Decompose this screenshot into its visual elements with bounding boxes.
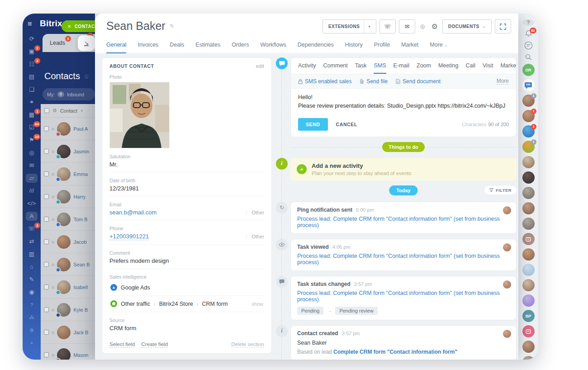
group-chat-avatar[interactable] bbox=[522, 79, 535, 91]
contact-row[interactable]: ≡Isabell bbox=[41, 276, 95, 299]
lead-link[interactable]: Complete CRM form "Contact information f… bbox=[333, 349, 457, 355]
email-type-tag[interactable]: Other bbox=[247, 210, 264, 215]
cancel-button[interactable]: CANCEL bbox=[336, 122, 357, 127]
drag-handle-icon[interactable]: ≡ bbox=[52, 149, 54, 154]
contact-column-header[interactable]: Contact bbox=[60, 108, 77, 114]
tab-workflows[interactable]: Workflows bbox=[260, 42, 286, 53]
tasks-icon[interactable]: ☑64 bbox=[26, 123, 38, 132]
traffic-source-row[interactable]: Other traffic › Bitrix24 Store › CRM for… bbox=[109, 296, 264, 312]
sms-message-input[interactable]: Hello! Please review presentation detail… bbox=[291, 89, 516, 114]
stream-tab-visit[interactable]: Visit bbox=[483, 62, 493, 74]
chat-avatar[interactable] bbox=[522, 279, 535, 291]
send-file-link[interactable]: Send file bbox=[360, 78, 388, 85]
drag-handle-icon[interactable]: ≡ bbox=[52, 330, 54, 335]
drag-handle-icon[interactable]: ≡ bbox=[52, 307, 54, 313]
contact-row[interactable]: ≡Paul A bbox=[41, 118, 95, 140]
stream-tab-activity[interactable]: Activity bbox=[298, 62, 316, 74]
stream-tab-comment[interactable]: Comment bbox=[323, 62, 348, 74]
add-activity-banner[interactable]: + Add a new activity Plan your next step… bbox=[290, 158, 517, 180]
filter-button[interactable]: FILTER bbox=[484, 186, 517, 194]
row-checkbox[interactable] bbox=[44, 330, 49, 335]
search-button[interactable] bbox=[525, 54, 532, 61]
drag-handle-icon[interactable]: ≡ bbox=[52, 262, 54, 267]
chat-avatar-fruits[interactable]: 1 bbox=[522, 141, 535, 153]
add-item-icon[interactable]: + bbox=[26, 338, 38, 347]
send-document-link[interactable]: Send document bbox=[396, 78, 441, 85]
globe-icon[interactable]: ⊕ bbox=[418, 23, 427, 31]
contact-row[interactable]: ≡Tom B bbox=[41, 208, 95, 231]
extensions-button[interactable]: EXTENSIONS ▾ bbox=[322, 19, 376, 33]
entry-link[interactable]: Process lead: Complete CRM form "Contact… bbox=[297, 290, 510, 303]
tab-orders[interactable]: Orders bbox=[232, 42, 249, 53]
settings-sliders-icon[interactable]: ⇄ bbox=[26, 237, 38, 246]
email-button[interactable]: ✉ bbox=[399, 19, 415, 33]
webmail-icon[interactable]: ✉ bbox=[26, 161, 38, 170]
contact-row[interactable]: ≡Jack B bbox=[41, 321, 95, 344]
tab-leads[interactable]: Leads1 bbox=[50, 40, 65, 46]
edit-section-link[interactable]: edit bbox=[256, 63, 264, 69]
chevron-down-icon[interactable]: ▾ bbox=[368, 24, 370, 28]
favorite-star-icon[interactable]: ☆ bbox=[84, 73, 90, 80]
drag-handle-icon[interactable]: ≡ bbox=[52, 239, 54, 245]
stream-tab-meeting[interactable]: Meeting bbox=[438, 62, 458, 74]
e-signature-icon[interactable]: ✎ bbox=[26, 275, 38, 284]
traffic-source-row[interactable]: ▲ Google Ads bbox=[109, 280, 264, 296]
storefront-icon[interactable]: ⌂ bbox=[26, 262, 38, 271]
drag-handle-icon[interactable]: ≡ bbox=[52, 285, 54, 290]
chat-avatar[interactable] bbox=[522, 218, 535, 230]
row-checkbox[interactable] bbox=[44, 239, 49, 244]
sms-provider-link[interactable]: SMS enabled sales bbox=[298, 78, 351, 85]
crm-icon[interactable]: ⚑13 bbox=[26, 136, 38, 145]
contact-row[interactable]: ≡Kyle B bbox=[41, 299, 95, 321]
call-button[interactable]: ☏ bbox=[379, 19, 396, 33]
entry-link[interactable]: Process lead: Complete CRM form "Contact… bbox=[297, 253, 510, 266]
developer-icon[interactable]: </> bbox=[26, 199, 38, 208]
chat-avatar-illustration[interactable] bbox=[522, 294, 535, 307]
more-actions-link[interactable]: More bbox=[497, 78, 509, 85]
select-all-checkbox[interactable] bbox=[44, 108, 49, 113]
contact-row[interactable]: ≡Sean B bbox=[41, 253, 95, 276]
messenger-icon[interactable]: ☷2 bbox=[26, 60, 38, 69]
video-calls-icon[interactable]: ▣2 bbox=[26, 47, 38, 56]
email-link[interactable]: sean.b@mail.com bbox=[109, 209, 156, 216]
sales-center-icon[interactable]: ☏2 bbox=[26, 224, 38, 233]
show-link[interactable]: show bbox=[251, 301, 263, 307]
contact-row[interactable]: ≡Jasmin bbox=[41, 140, 95, 163]
drag-handle-icon[interactable]: ≡ bbox=[52, 194, 54, 199]
calendar-icon[interactable]: ▦1 bbox=[26, 110, 38, 119]
tab-more[interactable]: More ⌄ bbox=[430, 42, 448, 53]
chat-avatar[interactable] bbox=[522, 248, 535, 261]
stream-tab-zoom[interactable]: Zoom bbox=[417, 62, 431, 74]
tab-dependencies[interactable]: Dependencies bbox=[298, 42, 334, 53]
tab-general[interactable]: General bbox=[106, 42, 126, 53]
sites-icon[interactable]: /// bbox=[26, 186, 38, 195]
settings-gear-icon[interactable]: ⚙ bbox=[26, 326, 38, 335]
stream-tab-market[interactable]: Market bbox=[500, 62, 517, 74]
employees-icon[interactable]: ⚭ bbox=[26, 98, 38, 107]
select-field-link[interactable]: Select field bbox=[109, 342, 135, 348]
payments-icon[interactable]: ▤ bbox=[26, 72, 38, 81]
stream-tab-sms[interactable]: SMS bbox=[374, 62, 386, 74]
edit-title-pencil-icon[interactable]: ✎ bbox=[170, 23, 175, 29]
row-checkbox[interactable] bbox=[44, 149, 49, 154]
marketing-icon[interactable]: ◎ bbox=[26, 148, 38, 157]
minimize-slider-button[interactable]: ↘ bbox=[78, 35, 95, 51]
network-icon[interactable]: ⁂ bbox=[26, 313, 38, 322]
tab-profile[interactable]: Profile bbox=[374, 42, 390, 53]
user-avatar-initials[interactable]: DR bbox=[522, 64, 535, 76]
stream-tab-task[interactable]: Task bbox=[355, 62, 367, 74]
tab-deals[interactable]: Deals bbox=[170, 42, 184, 53]
sort-chevron-icon[interactable]: ∧ bbox=[81, 109, 83, 113]
row-checkbox[interactable] bbox=[44, 217, 49, 222]
contact-row[interactable]: ≡Jacob bbox=[41, 231, 95, 253]
automation-icon[interactable]: A bbox=[26, 212, 38, 221]
chat-avatar[interactable] bbox=[522, 187, 535, 199]
tab-market[interactable]: Market bbox=[401, 42, 418, 53]
chat-avatar[interactable]: 1 bbox=[522, 110, 535, 122]
list-settings-gear-icon[interactable]: ⚙ bbox=[52, 108, 57, 114]
contact-row[interactable]: ≡Harry bbox=[41, 185, 95, 208]
chat-avatar-camera[interactable] bbox=[522, 233, 535, 245]
delete-section-link[interactable]: Delete section bbox=[231, 342, 264, 348]
chat-avatar-illustration[interactable] bbox=[522, 264, 535, 276]
chat-avatar[interactable]: 1 bbox=[522, 95, 535, 107]
